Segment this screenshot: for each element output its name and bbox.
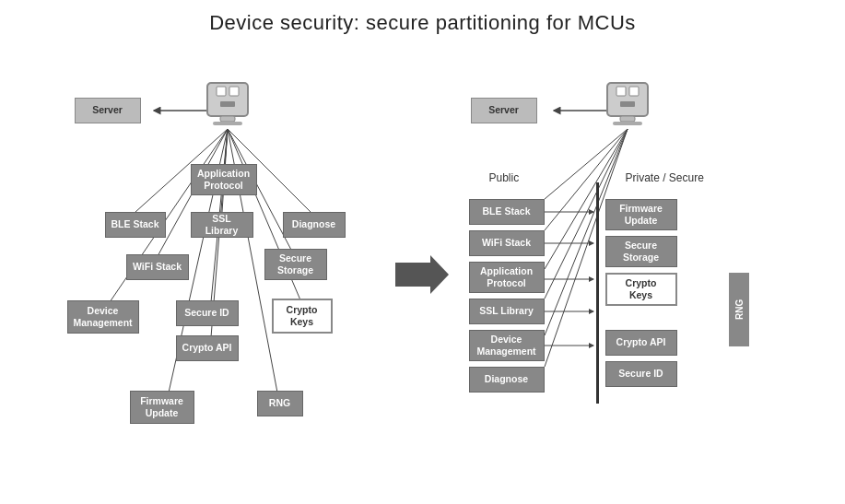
left-secure-id: Secure ID [176,300,239,326]
svg-line-21 [545,129,628,199]
svg-rect-13 [207,83,248,116]
svg-rect-35 [620,101,635,107]
svg-line-1 [225,129,228,164]
right-device-icon [604,79,651,127]
left-diagram: Server ApplicationProtocol BLE Stack SSL… [54,63,395,486]
right-app-proto: ApplicationProtocol [469,262,545,293]
svg-rect-37 [613,122,642,125]
left-rng: RNG [257,391,303,416]
svg-rect-14 [217,87,226,96]
svg-rect-15 [229,87,239,96]
right-device-mgmt: DeviceManagement [469,330,545,361]
page-title: Device security: secure partitioning for… [209,11,636,35]
left-firmware: FirmwareUpdate [130,391,194,424]
svg-rect-17 [220,116,235,122]
left-secure-storage: SecureStorage [264,249,327,280]
svg-rect-33 [616,87,626,96]
divider-line [596,182,599,404]
right-rng: RNG [729,273,749,346]
right-crypto-keys: CryptoKeys [605,273,677,306]
diagrams-container: Server ApplicationProtocol BLE Stack SSL… [0,44,845,504]
left-wifi-stack: WiFi Stack [126,254,189,280]
svg-rect-18 [213,122,242,125]
left-server-box: Server [75,98,141,123]
private-label: Private / Secure [626,171,704,184]
right-diagnose: Diagnose [469,367,545,393]
public-label: Public [489,171,520,184]
left-diagnose: Diagnose [283,212,346,238]
svg-rect-34 [629,87,639,96]
svg-rect-36 [620,116,635,122]
left-ble-stack: BLE Stack [105,212,166,238]
right-secure-id: Secure ID [605,361,677,387]
right-firmware: FirmwareUpdate [605,199,677,230]
right-diagram: Server Public Private / Secure BLE Stack… [451,63,792,486]
svg-marker-19 [395,255,449,294]
left-device-mgmt: DeviceManagement [67,300,139,334]
right-ble-stack: BLE Stack [469,199,545,225]
svg-rect-16 [220,101,235,107]
left-device-icon [204,79,252,127]
right-ssl-lib: SSL Library [469,299,545,324]
left-app-proto: ApplicationProtocol [191,164,257,195]
right-secure-storage: SecureStorage [605,236,677,267]
right-server-box: Server [471,98,537,123]
left-crypto-api: Crypto API [176,335,239,361]
between-arrow [395,252,451,298]
left-ssl-lib: SSL Library [191,212,253,238]
right-wifi-stack: WiFi Stack [469,230,545,256]
left-crypto-keys: CryptoKeys [272,299,333,334]
svg-rect-32 [607,83,648,116]
right-crypto-api: Crypto API [605,330,677,356]
